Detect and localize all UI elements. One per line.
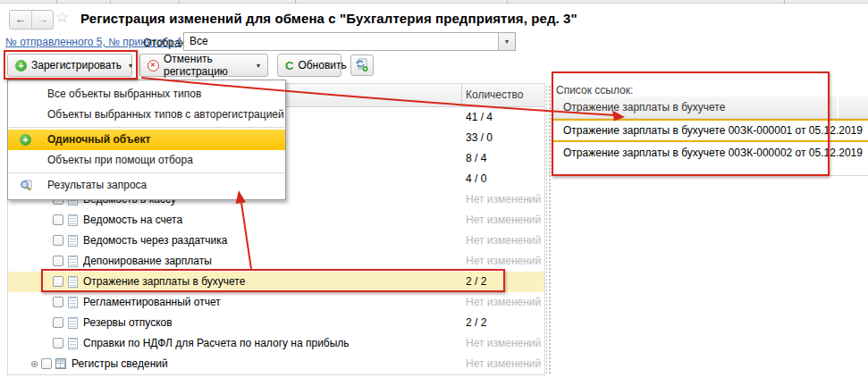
refresh-button[interactable]: C Обновить xyxy=(277,54,341,77)
menu-item[interactable]: Одиночный объект xyxy=(8,130,285,150)
expand-icon[interactable]: ⊕ xyxy=(30,354,38,374)
query-results-icon xyxy=(20,180,32,192)
forward-button[interactable]: → xyxy=(31,11,53,29)
reference-row[interactable]: Отражение зарплаты в бухучете 00ЗК-00000… xyxy=(552,142,868,164)
count-column-header: Количество xyxy=(466,84,523,106)
document-icon xyxy=(68,256,78,267)
chevron-down-icon: ▾ xyxy=(257,62,260,70)
table-row[interactable]: Регламентированный отчетНет изменений xyxy=(8,292,544,313)
change-count: 33 / 0 xyxy=(466,128,493,148)
object-label: Регламентированный отчет xyxy=(83,292,455,313)
change-count: Нет изменений xyxy=(466,231,541,251)
table-row[interactable]: Отражение зарплаты в бухучете2 / 2 xyxy=(8,272,544,292)
menu-item-label: Объекты выбранных типов с авторегистраци… xyxy=(47,108,284,121)
table-row[interactable]: Ведомость на счетаНет изменений xyxy=(8,210,544,231)
change-count: Нет изменений xyxy=(466,251,541,272)
column-divider xyxy=(461,84,462,106)
row-checkbox[interactable] xyxy=(53,214,63,225)
unregister-button-label: Отменить регистрацию xyxy=(164,53,249,78)
display-filter-value: Все xyxy=(190,35,208,47)
tab-divider xyxy=(179,0,180,4)
register-dropdown-menu: Все объекты выбранных типовОбъекты выбра… xyxy=(7,80,286,200)
app-window: ← → ☆ Регистрация изменений для обмена с… xyxy=(0,0,868,386)
table-row[interactable]: ⊕Регистры сведенийНет изменений xyxy=(8,354,544,374)
back-button[interactable]: ← xyxy=(10,11,31,29)
row-checkbox[interactable] xyxy=(53,338,63,348)
tab-divider xyxy=(784,0,785,4)
column-divider xyxy=(837,96,839,118)
change-count: 2 / 2 xyxy=(466,272,486,292)
add-icon xyxy=(15,60,27,71)
favorite-star-icon[interactable]: ☆ xyxy=(55,8,69,27)
reference-row[interactable]: Отражение зарплаты в бухучете 00ЗК-00000… xyxy=(552,119,868,142)
show-registration-button[interactable] xyxy=(350,55,374,76)
page-title: Регистрация изменений для обмена с "Бухг… xyxy=(80,11,577,26)
chevron-down-icon: ▾ xyxy=(129,62,132,70)
menu-item[interactable]: Результаты запроса xyxy=(8,175,285,196)
row-checkbox[interactable] xyxy=(53,317,63,328)
menu-separator xyxy=(9,127,284,128)
combobox-dropdown-button[interactable]: ▾ xyxy=(498,33,515,50)
row-checkbox[interactable] xyxy=(53,235,63,246)
row-checkbox[interactable] xyxy=(53,276,63,287)
menu-item[interactable]: Объекты выбранных типов с авторегистраци… xyxy=(8,105,285,125)
menu-item-label: Все объекты выбранных типов xyxy=(47,88,201,100)
row-checkbox[interactable] xyxy=(53,297,63,307)
browser-tab-strip xyxy=(0,0,868,4)
tab-divider xyxy=(295,0,296,4)
register-grid-icon xyxy=(55,358,66,369)
reference-group-header-text: Отражение зарплаты в бухучете xyxy=(563,101,725,113)
register-button[interactable]: Зарегистрировать ▾ xyxy=(7,54,132,77)
object-label: Регистры сведений xyxy=(72,354,455,374)
unregister-button[interactable]: Отменить регистрацию ▾ xyxy=(139,54,268,77)
reference-group-header: Отражение зарплаты в бухучете xyxy=(552,96,868,119)
menu-item[interactable]: Все объекты выбранных типов xyxy=(8,84,285,105)
change-count: Нет изменений xyxy=(466,354,541,374)
change-count: 4 / 0 xyxy=(466,169,486,189)
tab-divider xyxy=(507,0,508,4)
object-label: Ведомость на счета xyxy=(83,210,455,231)
chevron-down-icon: ▾ xyxy=(505,38,509,46)
document-icon xyxy=(68,276,78,288)
object-label: Справки по НДФЛ для Расчета по налогу на… xyxy=(83,333,455,354)
reference-list-label: Список ссылок: xyxy=(556,84,633,96)
menu-item-label: Результаты запроса xyxy=(47,179,147,191)
table-row[interactable]: Резервы отпусков2 / 2 xyxy=(8,313,544,333)
document-icon xyxy=(68,214,78,226)
object-label: Депонирование зарплаты xyxy=(83,251,455,272)
object-label: Отражение зарплаты в бухучете xyxy=(83,272,455,292)
menu-separator xyxy=(9,172,284,173)
display-filter-combobox[interactable]: Все ▾ xyxy=(183,32,516,51)
table-row[interactable]: Депонирование зарплатыНет изменений xyxy=(8,251,544,272)
change-count: 41 / 4 xyxy=(466,107,493,128)
forward-icon: → xyxy=(37,13,48,26)
menu-item[interactable]: Объекты при помощи отбора xyxy=(8,150,285,171)
reference-list[interactable]: Отражение зарплаты в бухучете Отражение … xyxy=(552,96,868,176)
back-icon: ← xyxy=(15,13,27,26)
menu-item-label: Объекты при помощи отбора xyxy=(47,154,193,166)
row-checkbox[interactable] xyxy=(53,256,63,266)
change-count: 2 / 2 xyxy=(466,313,486,333)
tab-divider xyxy=(110,0,111,4)
table-row[interactable]: Ведомость через раздатчикаНет изменений xyxy=(8,231,544,251)
change-count: Нет изменений xyxy=(466,189,541,210)
panel-splitter[interactable] xyxy=(546,85,552,375)
history-nav: ← → xyxy=(9,10,54,29)
object-label: Резервы отпусков xyxy=(83,313,455,333)
refresh-icon: C xyxy=(285,59,293,72)
refresh-button-label: Обновить xyxy=(298,59,346,71)
change-count: Нет изменений xyxy=(466,210,541,231)
change-count: Нет изменений xyxy=(466,292,541,313)
row-checkbox[interactable] xyxy=(41,358,52,369)
menu-item-label: Одиночный объект xyxy=(47,133,150,146)
change-count: Нет изменений xyxy=(466,333,541,354)
exchange-settings-icon xyxy=(355,58,369,72)
add-icon xyxy=(20,134,31,146)
table-row[interactable]: Справки по НДФЛ для Расчета по налогу на… xyxy=(8,333,544,354)
document-icon xyxy=(68,338,78,349)
register-button-label: Зарегистрировать xyxy=(31,59,122,71)
tab-divider xyxy=(56,0,57,4)
document-icon xyxy=(68,297,78,308)
document-icon xyxy=(68,235,78,247)
cancel-icon xyxy=(147,60,159,71)
